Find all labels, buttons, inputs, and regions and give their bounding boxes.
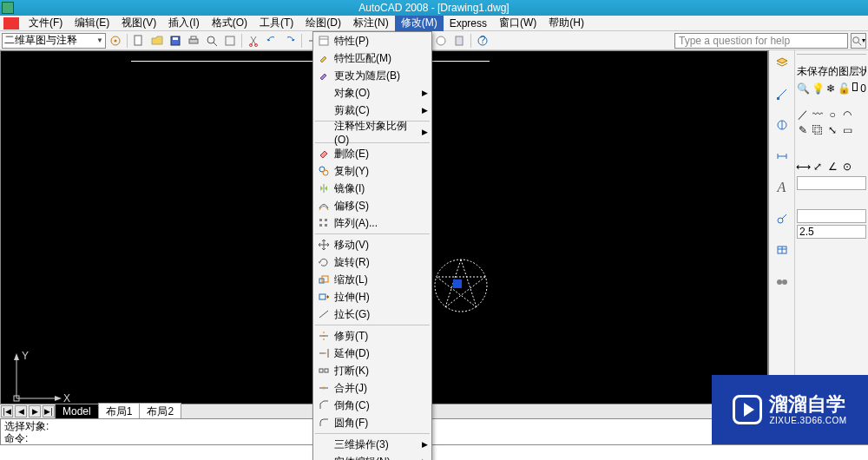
menu-window[interactable]: 窗口(W): [493, 15, 542, 31]
menu-item-修剪[interactable]: 修剪(T): [313, 327, 431, 345]
menu-item-实体编辑[interactable]: 实体编辑(N)▶: [313, 453, 431, 460]
layer-bulb-icon[interactable]: 💡: [812, 82, 824, 95]
menu-draw[interactable]: 绘图(D): [299, 15, 347, 31]
match-icon: [315, 51, 332, 65]
menu-item-移动[interactable]: 移动(V): [313, 236, 431, 253]
main-menubar: 文件(F) 编辑(E) 视图(V) 插入(I) 格式(O) 工具(T) 绘图(D…: [0, 16, 868, 31]
menu-item-打断[interactable]: 打断(K): [313, 362, 431, 379]
tool-copy-icon[interactable]: ⿻: [812, 124, 824, 136]
tool-erase-icon[interactable]: ✎: [797, 124, 809, 136]
tool-arc-icon[interactable]: ◠: [841, 108, 853, 121]
dim-radius-icon[interactable]: ⊙: [841, 161, 853, 173]
preview-button[interactable]: [203, 33, 220, 49]
menu-express[interactable]: Express: [444, 16, 493, 30]
menu-item-label: 打断(K): [332, 364, 428, 378]
layer-state-field[interactable]: 未保存的图层状态: [797, 64, 866, 79]
menu-format[interactable]: 格式(O): [206, 15, 253, 31]
menu-dim[interactable]: 标注(N): [347, 15, 395, 31]
menu-file[interactable]: 文件(F): [23, 15, 69, 31]
layer-freeze-icon[interactable]: ❄: [826, 82, 835, 95]
menu-item-圆角[interactable]: 圆角(F): [313, 414, 431, 431]
menu-item-阵列[interactable]: 阵列(A)...: [313, 214, 431, 232]
menu-item-剪裁[interactable]: 剪裁(C)▶: [313, 102, 431, 119]
help-search-input[interactable]: Type a question for help: [674, 33, 848, 49]
dim-angle-icon[interactable]: ∠: [826, 161, 838, 173]
svg-line-28: [445, 277, 485, 307]
menu-tools[interactable]: 工具(T): [253, 15, 299, 31]
menu-help[interactable]: 帮助(H): [542, 15, 590, 31]
tool-stretch-icon[interactable]: ⤡: [826, 124, 838, 136]
menu-item-偏移[interactable]: 偏移(S): [313, 197, 431, 214]
tab-model[interactable]: Model: [55, 404, 99, 419]
svg-text:?: ?: [480, 35, 486, 46]
menu-item-旋转[interactable]: 旋转(R): [313, 253, 431, 271]
selection-grip[interactable]: [453, 279, 462, 288]
workspace-settings-button[interactable]: [107, 33, 124, 49]
open-button[interactable]: [148, 33, 166, 49]
dashboard-tab-nav[interactable]: [772, 273, 792, 290]
tab-nav-next[interactable]: ▶: [29, 405, 41, 417]
redo-button[interactable]: [281, 33, 299, 49]
new-button[interactable]: [130, 33, 148, 49]
dim-aligned-icon[interactable]: ⤢: [812, 161, 824, 173]
chamfer-icon: [315, 398, 332, 412]
tool-line-icon[interactable]: ／: [797, 108, 809, 121]
dashboard-tab-leader[interactable]: [772, 210, 792, 227]
menu-item-拉长[interactable]: 拉长(G): [313, 306, 431, 323]
menu-item-特性[interactable]: 特性(P): [313, 32, 431, 49]
dashboard-tab-table[interactable]: [772, 241, 792, 259]
dashboard-tab-text[interactable]: A: [772, 179, 792, 196]
autocad-app-icon: [2, 2, 14, 14]
text-height-field[interactable]: 2.5: [797, 225, 866, 239]
menu-item-对象[interactable]: 对象(O)▶: [313, 84, 431, 102]
dashboard-tab-layers[interactable]: [772, 54, 792, 71]
menu-item-合并[interactable]: 合并(J): [313, 379, 431, 397]
menu-item-缩放[interactable]: 缩放(L): [313, 271, 431, 288]
tab-nav-last[interactable]: ▶|: [43, 405, 55, 417]
menu-item-特性匹配[interactable]: 特性匹配(M): [313, 49, 431, 67]
dim-linear-icon[interactable]: ⟷: [797, 161, 809, 173]
tool-pline-icon[interactable]: 〰: [812, 108, 824, 121]
drawing-line: [131, 61, 490, 62]
menu-item-复制[interactable]: 复制(Y): [313, 162, 431, 180]
workspace-dropdown[interactable]: 二维草图与注释 ▼: [2, 33, 106, 49]
dim-style-field[interactable]: [797, 176, 866, 190]
blank-icon: [315, 125, 332, 139]
menu-insert[interactable]: 插入(I): [162, 15, 205, 31]
tool-rect-icon[interactable]: ▭: [841, 124, 853, 136]
menu-item-三维操作[interactable]: 三维操作(3)▶: [313, 436, 431, 453]
markup-button[interactable]: [432, 33, 450, 49]
menu-item-拉伸[interactable]: 拉伸(H): [313, 288, 431, 306]
print-button[interactable]: [185, 33, 202, 49]
layer-color-swatch[interactable]: [852, 82, 858, 91]
dashboard-tab-dim[interactable]: [772, 148, 792, 165]
menu-item-label: 特性(P): [332, 34, 428, 49]
scale-icon: [315, 273, 332, 286]
tab-nav-prev[interactable]: ◀: [15, 405, 27, 417]
undo-button[interactable]: [263, 33, 280, 49]
menu-modify[interactable]: 修改(M): [395, 15, 444, 31]
menu-view[interactable]: 视图(V): [115, 15, 162, 31]
menu-item-镜像[interactable]: 镜像(I): [313, 180, 431, 197]
tab-nav-first[interactable]: |◀: [1, 405, 13, 417]
menu-item-更改为随层[interactable]: 更改为随层(B): [313, 67, 431, 84]
help-button[interactable]: ?: [474, 33, 491, 49]
menu-item-删除[interactable]: 删除(E): [313, 145, 431, 162]
rotate-icon: [315, 255, 332, 269]
save-button[interactable]: [167, 33, 184, 49]
menu-edit[interactable]: 编辑(E): [69, 15, 115, 31]
tool-circle-icon[interactable]: ○: [826, 108, 838, 121]
menu-item-注释性对象比例[interactable]: 注释性对象比例(O)▶: [313, 123, 431, 141]
menu-item-延伸[interactable]: 延伸(D): [313, 345, 431, 362]
calc-button[interactable]: [450, 33, 468, 49]
cut-button[interactable]: [245, 33, 262, 49]
help-search-button[interactable]: ▾: [851, 33, 866, 49]
publish-button[interactable]: [221, 33, 239, 49]
text-style-field[interactable]: [797, 209, 866, 223]
dashboard-tab-draw[interactable]: [772, 85, 792, 102]
layer-lock-icon[interactable]: 🔓: [838, 82, 850, 95]
dashboard-tab-annotate[interactable]: [772, 116, 792, 134]
layer-filter-icon[interactable]: 🔍: [797, 82, 809, 95]
menu-item-倒角[interactable]: 倒角(C): [313, 397, 431, 414]
dashboard-tabs: A: [769, 50, 795, 418]
